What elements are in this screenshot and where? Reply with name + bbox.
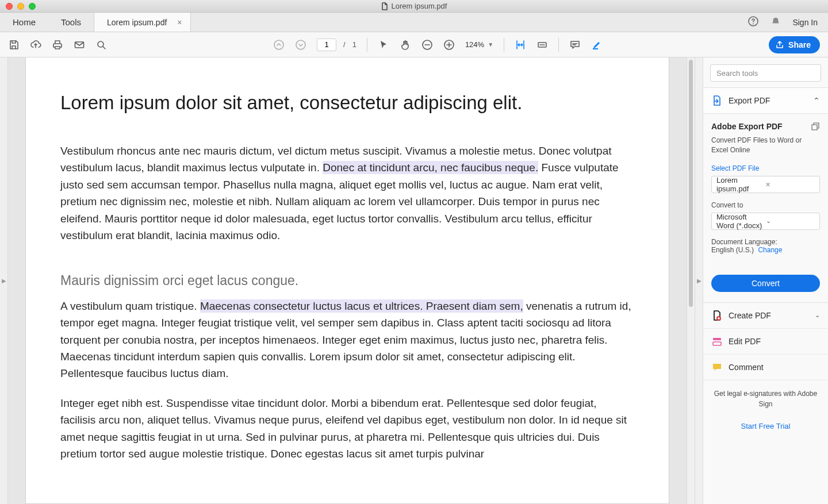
svg-point-4 [274,40,283,49]
stack-icon[interactable] [811,122,820,133]
bell-icon[interactable] [770,16,781,29]
toolbar: / 1 124% ▼ Share [0,32,828,57]
sign-in-link[interactable]: Sign In [792,18,818,27]
print-icon[interactable] [52,39,63,51]
page-control: / 1 [317,39,356,51]
paragraph: Integer eget nibh est. Suspendisse vitae… [60,395,634,463]
scrollbar-thumb[interactable] [689,60,693,307]
right-panel-toggle[interactable]: ▶ [695,57,703,504]
scrollbar[interactable] [687,57,695,504]
tab-tools[interactable]: Tools [48,13,94,32]
tab-home[interactable]: Home [0,13,48,32]
left-panel-toggle[interactable]: ▶ [0,57,8,504]
page-up-icon[interactable] [273,39,285,51]
change-language-link[interactable]: Change [758,246,782,254]
create-pdf-icon [711,310,723,321]
chevron-right-icon: ▶ [2,278,6,284]
chevron-down-icon: ⌄ [815,311,820,319]
hand-tool-icon[interactable] [400,39,411,51]
export-title: Adobe Export PDF [711,122,783,131]
window-title: Lorem ipsum.pdf [0,2,828,10]
tab-document[interactable]: Lorem ipsum.pdf × [94,12,190,32]
selected-file-box: Lorem ipsum.pdf × [711,176,820,193]
tab-row: Home Tools Lorem ipsum.pdf × Sign In [0,13,828,32]
paragraph: A vestibulum quam tristique. Maecenas co… [60,298,634,382]
titlebar: Lorem ipsum.pdf [0,0,828,13]
export-pdf-icon [711,95,723,106]
select-file-label[interactable]: Select PDF File [711,164,820,172]
document-language: Document Language: English (U.S.) Change [711,238,820,254]
search-icon[interactable] [95,39,107,51]
save-icon[interactable] [8,39,20,51]
chevron-up-icon: ⌃ [813,96,820,105]
page: Lorem ipsum dolor sit amet, consectetur … [25,57,669,504]
search-tools-input[interactable] [710,64,821,82]
help-icon[interactable] [747,16,759,29]
comment-row[interactable]: Comment [703,355,828,380]
heading-1: Lorem ipsum dolor sit amet, consectetur … [60,92,634,114]
export-pdf-label: Export PDF [729,96,813,105]
comment-icon[interactable] [569,39,581,51]
right-panel-footer: Get legal e-signatures with Adobe Sign S… [703,380,828,434]
page-sep: / [343,40,346,49]
convert-button[interactable]: Convert [711,275,820,292]
paragraph: Vestibulum rhoncus ante nec mauris dictu… [60,143,634,244]
fit-page-icon[interactable] [536,39,548,51]
svg-rect-11 [713,342,721,345]
email-icon[interactable] [74,39,85,51]
page-down-icon[interactable] [295,39,306,51]
highlight-tool-icon[interactable] [591,39,603,51]
select-tool-icon[interactable] [378,39,389,51]
heading-2: Mauris dignissim orci eget lacus congue. [60,273,634,288]
document-icon [381,2,388,10]
create-pdf-row[interactable]: Create PDF ⌄ [703,303,828,329]
close-tab-button[interactable]: × [177,18,182,27]
svg-rect-10 [713,338,721,340]
page-total: 1 [352,40,356,49]
edit-pdf-label: Edit PDF [729,337,820,346]
fit-width-icon[interactable] [515,39,526,51]
format-value: Microsoft Word (*.docx) [716,213,766,230]
svg-point-1 [753,23,754,24]
svg-point-5 [296,40,305,49]
selected-file-name: Lorem ipsum.pdf [716,176,766,193]
upload-cloud-icon[interactable] [30,39,41,51]
zoom-out-icon[interactable] [421,39,433,51]
edit-pdf-icon [711,336,723,347]
export-pdf-header[interactable]: Export PDF ⌃ [703,87,828,114]
start-free-trial-link[interactable]: Start Free Trial [709,421,822,432]
share-label: Share [788,40,811,49]
export-description: Convert PDF Files to Word or Excel Onlin… [711,136,820,155]
highlight[interactable]: Donec at tincidunt arcu, nec faucibus ne… [323,161,538,174]
zoom-value: 124% [465,40,484,49]
edit-pdf-row[interactable]: Edit PDF [703,329,828,355]
document-viewport[interactable]: Lorem ipsum dolor sit amet, consectetur … [8,57,687,504]
comment-label: Comment [729,363,820,372]
right-panel: Export PDF ⌃ Adobe Export PDF Convert PD… [703,57,828,504]
chevron-down-icon: ▼ [488,41,493,48]
format-select[interactable]: Microsoft Word (*.docx) ⌄ [711,213,820,230]
chevron-down-icon: ⌄ [766,217,815,225]
chevron-right-icon: ▶ [697,278,702,284]
comment-row-icon [711,361,723,373]
zoom-dropdown[interactable]: 124% ▼ [465,40,493,49]
share-icon [776,41,784,49]
share-button[interactable]: Share [769,36,820,53]
highlight[interactable]: Maecenas consectetur luctus lacus et ult… [200,299,523,313]
zoom-in-icon[interactable] [443,39,455,51]
clear-file-button[interactable]: × [766,180,815,189]
create-pdf-label: Create PDF [729,311,815,320]
export-pdf-panel: Adobe Export PDF Convert PDF Files to Wo… [703,114,828,303]
convert-to-label: Convert to [711,201,820,209]
page-current-input[interactable] [317,39,336,51]
tab-document-label: Lorem ipsum.pdf [107,18,167,27]
